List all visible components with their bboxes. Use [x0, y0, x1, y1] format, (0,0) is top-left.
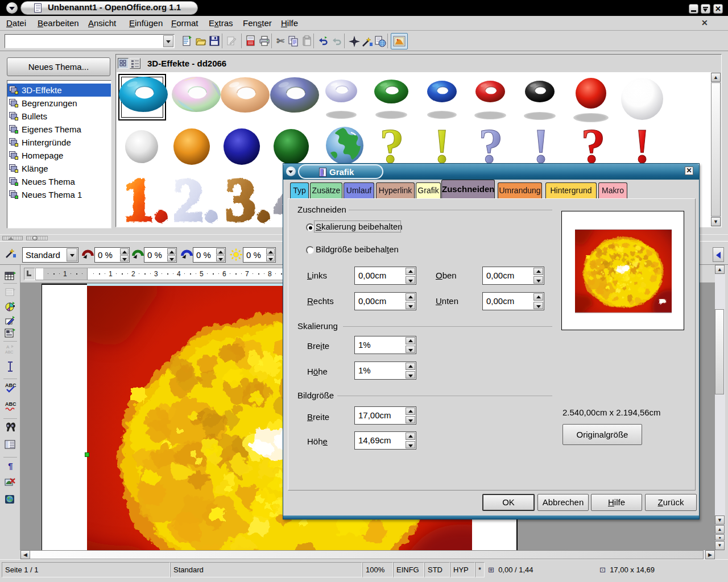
svg-text:A: A	[6, 344, 10, 350]
svg-text:3.: 3.	[225, 172, 271, 229]
svg-text:ABC: ABC	[5, 401, 16, 407]
svg-text:2.: 2.	[172, 172, 218, 229]
svg-text:1.: 1.	[122, 172, 168, 229]
svg-text:ABC: ABC	[5, 383, 16, 388]
svg-text:ABC: ABC	[5, 350, 13, 354]
